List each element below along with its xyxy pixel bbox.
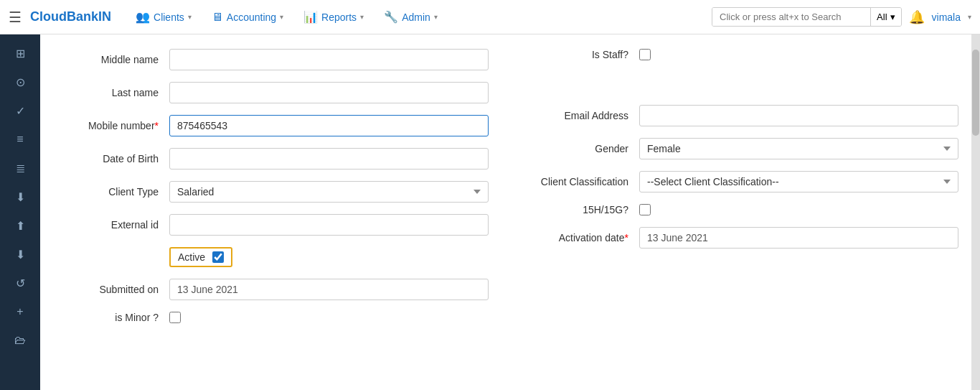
nav-clients-label: Clients [154, 11, 184, 23]
nav-reports-label: Reports [321, 11, 357, 23]
is-staff-checkbox[interactable] [639, 49, 651, 60]
search-dropdown-label: All [877, 11, 887, 22]
last-name-input[interactable] [169, 82, 489, 103]
admin-caret-icon: ▾ [434, 13, 438, 21]
gender-row: Gender Female Male Other [510, 138, 958, 159]
sidebar-dashboard-icon[interactable]: ⊞ [6, 40, 34, 66]
navbar: ☰ CloudBankIN 👥 Clients ▾ 🖥 Accounting ▾… [0, 0, 980, 34]
nav-accounting[interactable]: 🖥 Accounting ▾ [202, 0, 293, 34]
brand-logo: CloudBankIN [30, 9, 111, 24]
search-dropdown-caret-icon: ▾ [890, 11, 895, 22]
sidebar-lines-icon[interactable]: ≣ [6, 155, 34, 181]
sidebar-add-icon[interactable]: + [6, 299, 34, 325]
client-classification-row: Client Classification --Select Client Cl… [510, 171, 958, 192]
middle-name-label: Middle name [62, 54, 169, 65]
email-row: Email Address [510, 105, 958, 126]
admin-icon: 🔧 [384, 10, 398, 24]
nav-accounting-label: Accounting [227, 11, 276, 23]
submitted-on-input[interactable] [169, 279, 489, 300]
sidebar-circle-icon[interactable]: ⊙ [6, 69, 34, 95]
reports-caret-icon: ▾ [360, 13, 364, 21]
nav-admin-label: Admin [402, 11, 430, 23]
sidebar-download1-icon[interactable]: ⬇ [6, 184, 34, 210]
nav-clients[interactable]: 👥 Clients ▾ [126, 0, 202, 34]
mobile-number-row: Mobile number* [62, 115, 510, 136]
accounting-icon: 🖥 [212, 11, 223, 24]
client-type-row: Client Type Salaried Self Employed Busin… [62, 181, 510, 203]
accounting-caret-icon: ▾ [280, 13, 283, 21]
middle-name-input[interactable] [169, 49, 489, 70]
navbar-right: All ▾ 🔔 vimala ▾ [712, 7, 971, 27]
submitted-on-row: Submitted on [62, 279, 510, 300]
dob-input[interactable] [169, 148, 489, 170]
email-label: Email Address [532, 110, 639, 121]
user-caret-icon[interactable]: ▾ [968, 13, 971, 21]
user-menu[interactable]: vimala [932, 11, 961, 23]
form-section: Middle name Last name Mobile number* Dat… [62, 49, 958, 335]
is-minor-row: is Minor ? [62, 312, 510, 323]
mobile-number-label: Mobile number* [62, 120, 169, 131]
activation-date-row: Activation date* [510, 227, 958, 249]
sidebar: ⊞ ⊙ ✓ ≡ ≣ ⬇ ⬆ ⬇ ↺ + 🗁 [0, 34, 40, 390]
external-id-label: External id [62, 219, 169, 231]
search-dropdown[interactable]: All ▾ [870, 8, 900, 26]
gender-select[interactable]: Female Male Other [639, 138, 958, 159]
client-type-label: Client Type [62, 186, 169, 198]
last-name-label: Last name [62, 87, 169, 98]
clients-caret-icon: ▾ [188, 13, 192, 21]
external-id-row: External id [62, 214, 510, 236]
active-row: Active [62, 247, 510, 267]
form-right-column: Is Staff? Email Address Gender Female Ma… [510, 49, 958, 335]
active-wrapper: Active [169, 247, 232, 267]
is-minor-checkbox[interactable] [169, 312, 181, 323]
activation-date-input[interactable] [639, 227, 958, 249]
sidebar-upload-icon[interactable]: ⬆ [6, 213, 34, 238]
15h15g-label: 15H/15G? [532, 204, 639, 215]
sidebar-check-icon[interactable]: ✓ [6, 98, 34, 124]
clients-icon: 👥 [136, 10, 150, 24]
scrollbar-track [971, 34, 980, 390]
last-name-row: Last name [62, 82, 510, 103]
15h15g-row: 15H/15G? [510, 204, 958, 215]
active-text: Active [178, 251, 205, 263]
nav-reports[interactable]: 📊 Reports ▾ [293, 0, 374, 34]
middle-name-row: Middle name [62, 49, 510, 70]
sidebar-download2-icon[interactable]: ⬇ [6, 241, 34, 267]
is-staff-label: Is Staff? [532, 49, 639, 60]
gender-label: Gender [532, 143, 639, 154]
hamburger-icon[interactable]: ☰ [9, 9, 22, 26]
dob-row: Date of Birth [62, 148, 510, 170]
client-classification-label: Client Classification [532, 176, 639, 187]
sidebar-folder-icon[interactable]: 🗁 [6, 328, 34, 353]
external-id-input[interactable] [169, 214, 489, 236]
nav-admin[interactable]: 🔧 Admin ▾ [374, 0, 448, 34]
form-left-column: Middle name Last name Mobile number* Dat… [62, 49, 510, 335]
search-box: All ▾ [712, 7, 901, 27]
submitted-on-label: Submitted on [62, 284, 169, 295]
is-staff-row: Is Staff? [510, 49, 958, 60]
bell-icon[interactable]: 🔔 [909, 9, 925, 25]
scrollbar-thumb[interactable] [972, 50, 979, 136]
client-classification-select[interactable]: --Select Client Classification-- [639, 171, 958, 192]
main-content: Middle name Last name Mobile number* Dat… [40, 34, 980, 390]
reports-icon: 📊 [303, 10, 318, 24]
mobile-number-input[interactable] [169, 115, 489, 136]
email-input[interactable] [639, 105, 958, 126]
dob-label: Date of Birth [62, 153, 169, 164]
sidebar-list-icon[interactable]: ≡ [6, 126, 34, 152]
15h15g-checkbox[interactable] [639, 204, 651, 215]
activation-date-label: Activation date* [532, 232, 639, 243]
is-minor-label: is Minor ? [62, 312, 169, 323]
sidebar-refresh-icon[interactable]: ↺ [6, 270, 34, 296]
active-checkbox[interactable] [212, 251, 224, 263]
client-type-select[interactable]: Salaried Self Employed Business [169, 181, 489, 203]
search-input[interactable] [712, 8, 870, 26]
